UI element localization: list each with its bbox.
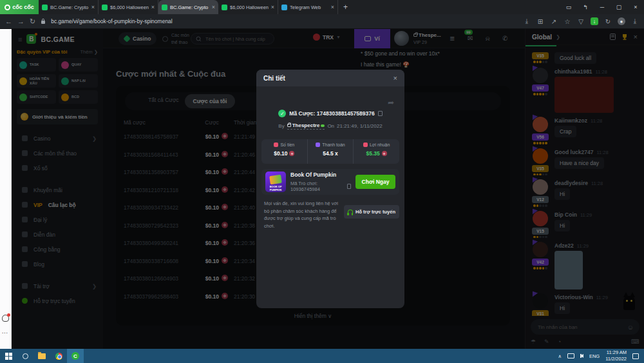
sidebar-app-icon[interactable] <box>1 150 10 158</box>
stat-cell: Lợi nhuận $5.35 <box>353 139 399 164</box>
play-now-button[interactable]: Chơi Ngay <box>355 175 395 189</box>
cast-icon[interactable]: ▭ <box>560 4 577 10</box>
time: 11:29 AM <box>605 349 627 356</box>
reload-icon[interactable]: ↻ <box>30 17 35 26</box>
coccoc-sidebar-icons <box>0 34 11 210</box>
browser-tab[interactable]: BC.Game: Crypto Casino Gam × <box>39 0 99 14</box>
tab-title: $6,000 Halloween Slot Battle <box>110 5 149 10</box>
start-button[interactable] <box>0 349 17 363</box>
network-icon[interactable] <box>567 353 574 358</box>
speaker-icon[interactable] <box>580 354 583 358</box>
profile-icon[interactable]: ● <box>618 17 625 25</box>
stat-cell: Số tiền $0.10 <box>261 139 307 164</box>
sidebar-app-icon[interactable] <box>1 188 10 197</box>
restore-tab-icon[interactable]: ↰ <box>577 4 594 10</box>
tab-favicon <box>42 5 48 10</box>
window-controls: ▭ ↰ ─ ▢ × <box>560 4 644 10</box>
file-explorer-icon[interactable] <box>33 349 50 363</box>
verified-check-icon: ✓ <box>278 110 286 117</box>
tab-close-icon[interactable]: × <box>91 4 95 10</box>
headset-icon <box>348 210 353 213</box>
browser-tab[interactable]: $6,000 Halloween Slot Battle × <box>218 0 278 14</box>
modal-close-icon[interactable]: × <box>393 74 397 82</box>
tab-favicon <box>222 5 227 10</box>
game-id: 10936745984 <box>290 186 320 192</box>
coccoc-download-icon[interactable]: ↓ <box>591 17 598 25</box>
browser-tab[interactable]: BC.Game: Crypto Casino Gam × <box>158 0 218 14</box>
copy-icon[interactable] <box>378 111 383 116</box>
tab-title: $6,000 Halloween Slot Battle <box>230 5 269 10</box>
sidebar-app-icon[interactable] <box>1 201 10 210</box>
chrome-icon[interactable] <box>50 349 67 363</box>
maximize-button[interactable]: ▢ <box>611 4 627 10</box>
share-arrow-icon[interactable]: ➦ <box>388 98 394 107</box>
stat-icon <box>363 142 368 147</box>
translate-icon[interactable]: ⊞ <box>536 17 544 25</box>
action-center-icon[interactable] <box>632 353 639 359</box>
bet-author-row: By Thespectre On 21:21:49, 1/11/2022 <box>256 123 404 130</box>
bet-id-row: ✓ Mã Cược: 1748303881457589376 <box>256 110 404 117</box>
sync-icon[interactable]: ↻ <box>604 17 612 25</box>
sidebar-app-icon[interactable] <box>1 137 10 145</box>
modal-title: Chi tiết <box>263 75 285 82</box>
tab-title: Telegram Web <box>290 5 328 10</box>
adblock-shield-icon[interactable]: ▽ <box>577 17 585 25</box>
coin-icon <box>289 151 294 156</box>
share-icon[interactable]: ↗ <box>550 17 558 25</box>
tray-expand-icon[interactable]: ∧ <box>558 353 562 359</box>
forward-icon[interactable]: → <box>17 17 24 25</box>
tab-close-icon[interactable]: × <box>151 4 155 10</box>
sidebar-app-icon[interactable] <box>1 46 10 55</box>
game-card: BOOK OF PUMPKIN Book Of Pumpkin Mã Trò c… <box>261 169 399 195</box>
back-icon[interactable]: ← <box>5 17 12 25</box>
close-button[interactable]: × <box>627 4 644 10</box>
sidebar-app-icon[interactable] <box>1 85 10 93</box>
language-indicator[interactable]: ENG <box>589 353 600 359</box>
more-options-icon[interactable]: ... <box>2 329 8 335</box>
sidebar-app-icon[interactable] <box>1 175 10 184</box>
live-support-button[interactable]: Hỗ trợ trực tuyến <box>344 205 399 219</box>
date: 11/2/2022 <box>605 356 627 362</box>
sidebar-app-icon[interactable] <box>1 111 10 119</box>
coccoc-taskbar-icon[interactable]: C <box>67 349 84 363</box>
bet-author[interactable]: Thespectre <box>287 123 325 130</box>
search-button[interactable] <box>17 349 33 363</box>
tab-close-icon[interactable]: × <box>331 4 334 10</box>
stat-label: Lợi nhuận <box>370 142 390 147</box>
bet-stats: Số tiền $0.10 Thanh toán 54.5 x Lợi nhuậ… <box>261 139 399 164</box>
stat-label: Thanh toán <box>322 142 345 147</box>
browser-tab-bar: cốc cốc BC.Game: Crypto Casino Gam × $6,… <box>0 0 644 14</box>
sidebar-app-icon[interactable] <box>1 34 10 42</box>
bet-details-modal: Chi tiết × ➦ ✓ Mã Cược: 1748303881457589… <box>256 70 404 308</box>
bookmark-star-icon[interactable]: ☆ <box>564 17 571 25</box>
modal-bet-id: 1748303881457589376 <box>317 110 375 117</box>
coccoc-logo-icon <box>5 5 10 10</box>
windows-taskbar: C ∧ ENG 11:29 AM 11/2/2022 <box>0 349 644 363</box>
stat-value: $0.10 <box>274 150 287 157</box>
sidebar-app-icon[interactable] <box>1 162 10 171</box>
coccoc-brand-text: cốc cốc <box>12 4 34 10</box>
stat-value: 54.5 x <box>323 150 338 157</box>
game-thumbnail[interactable]: BOOK OF PUMPKIN <box>265 172 286 192</box>
tab-favicon <box>281 5 287 10</box>
clock[interactable]: 11:29 AM 11/2/2022 <box>605 349 627 362</box>
sidebar-app-icon[interactable] <box>1 72 10 81</box>
sidebar-app-icon[interactable] <box>1 124 10 132</box>
sidebar-app-icon[interactable] <box>1 98 10 106</box>
bet-datetime: 21:21:49, 1/11/2022 <box>337 123 383 129</box>
copy-icon[interactable] <box>347 184 352 189</box>
stat-value: $5.35 <box>366 150 380 157</box>
downloads-tray-icon[interactable]: ⤓ <box>631 17 639 25</box>
stat-icon <box>316 142 320 147</box>
minimize-button[interactable]: ─ <box>594 4 611 10</box>
notification-bell-icon[interactable] <box>2 315 9 322</box>
browser-tab[interactable]: Telegram Web × <box>278 0 338 14</box>
save-page-icon[interactable]: ⤓ <box>523 17 531 25</box>
new-tab-button[interactable]: + <box>343 3 348 12</box>
lock-icon <box>41 18 46 25</box>
url-text[interactable]: bc.game/vi/game/book-of-pumpkin-by-spino… <box>51 18 173 25</box>
tab-close-icon[interactable]: × <box>212 4 215 10</box>
sidebar-app-icon[interactable] <box>1 59 10 68</box>
tab-close-icon[interactable]: × <box>271 4 274 10</box>
browser-tab[interactable]: $6,000 Halloween Slot Battle × <box>99 0 158 14</box>
